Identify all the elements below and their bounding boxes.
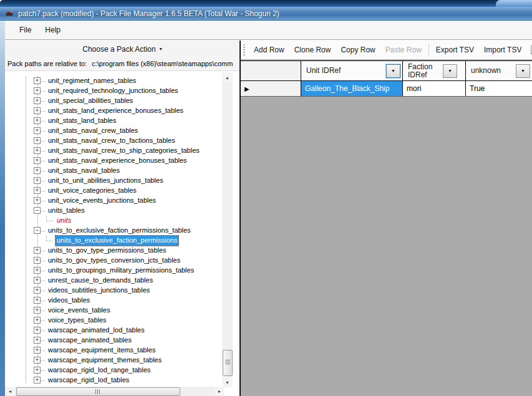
tree-item[interactable]: +unit_to_unit_abilities_junctions_tables xyxy=(5,176,222,186)
tree-item[interactable]: +unit_stats_naval_crew_to_factions_table… xyxy=(5,136,222,146)
expand-icon[interactable]: + xyxy=(34,317,41,324)
scroll-right-icon[interactable]: ► xyxy=(215,387,225,396)
tree-item[interactable]: +units_to_groupings_military_permissions… xyxy=(5,266,222,276)
expand-icon[interactable]: + xyxy=(34,337,41,344)
tree-item[interactable]: +unrest_cause_to_demands_tables xyxy=(5,276,222,286)
title-bar[interactable]: patch7.pack (modified) - Pack File Manag… xyxy=(0,7,532,21)
tree-item[interactable]: +videos_subtitles_junctions_tables xyxy=(5,286,222,296)
tree-item[interactable]: +unit_stats_naval_experience_bonuses_tab… xyxy=(5,156,222,166)
cell-value[interactable]: mori xyxy=(403,81,465,96)
toolbar-grip[interactable] xyxy=(243,44,245,56)
tree-item[interactable]: +unit_special_abilities_tables xyxy=(5,96,222,106)
cell-value[interactable]: True xyxy=(466,81,532,96)
expand-icon[interactable]: + xyxy=(34,187,41,194)
tree-item-label: unit_stats_naval_crew_to_ship_categories… xyxy=(47,146,201,156)
tree-item[interactable]: +unit_stats_land_tables xyxy=(5,116,222,126)
export-tsv-button[interactable]: Export TSV xyxy=(431,41,479,59)
menu-help[interactable]: Help xyxy=(38,23,67,37)
tree-item[interactable]: −units_to_exclusive_faction_permissions_… xyxy=(5,226,222,236)
expand-icon[interactable]: + xyxy=(34,257,41,264)
expand-icon[interactable]: + xyxy=(34,197,41,204)
expand-icon[interactable]: + xyxy=(34,297,41,304)
import-tsv-button[interactable]: Import TSV xyxy=(479,41,526,59)
tree-item[interactable]: +warscape_equipment_themes_tables xyxy=(5,355,222,365)
tree-item[interactable]: +warscape_animated_tables xyxy=(5,336,222,345)
dropdown-icon[interactable]: ▼ xyxy=(443,64,457,78)
scroll-down-icon[interactable]: ▼ xyxy=(222,377,233,387)
cell-unknown[interactable]: True xyxy=(466,81,532,96)
cell-unit-idref[interactable]: Galleon_The_Black_Ship xyxy=(301,81,403,96)
expand-icon[interactable]: + xyxy=(34,307,41,314)
tree-item[interactable]: +warscape_rigid_lod_range_tables xyxy=(5,365,222,375)
expand-icon[interactable]: + xyxy=(34,107,41,114)
tree-item[interactable]: +units_to_gov_types_conversion_jcts_tabl… xyxy=(5,256,222,266)
tree-vertical-scrollbar[interactable]: ▲ ▼ xyxy=(222,72,233,387)
window-title: patch7.pack (modified) - Pack File Manag… xyxy=(18,9,279,18)
tree-item[interactable]: +voice_types_tables xyxy=(5,316,222,326)
scroll-up-icon[interactable]: ▲ xyxy=(222,72,233,82)
menu-file[interactable]: File xyxy=(12,23,38,37)
paste-row-button: Paste Row xyxy=(380,41,427,59)
tree-item-label: units_to_exclusive_faction_permissions_t… xyxy=(47,226,192,236)
dropdown-icon[interactable]: ▼ xyxy=(516,64,530,78)
expand-icon[interactable]: + xyxy=(34,97,41,104)
collapse-icon[interactable]: − xyxy=(34,227,41,234)
collapse-icon[interactable]: − xyxy=(34,207,41,214)
tree-item[interactable]: +unit_required_technology_junctions_tabl… xyxy=(5,86,222,96)
tree-connector xyxy=(41,226,45,231)
column-header-unit-idref[interactable]: Unit IDRef ▼ xyxy=(301,61,403,80)
expand-icon[interactable]: + xyxy=(34,87,41,94)
column-header-faction-idref[interactable]: Faction IDRef ▼ xyxy=(403,61,466,80)
expand-icon[interactable]: + xyxy=(34,127,41,134)
clone-row-button[interactable]: Clone Row xyxy=(289,41,336,59)
tree-connector xyxy=(41,166,45,171)
tree-item[interactable]: +warscape_equipment_items_tables xyxy=(5,345,222,355)
tree-item[interactable]: −units_tables xyxy=(5,206,222,216)
expand-icon[interactable]: + xyxy=(34,177,41,184)
row-header-cell[interactable]: ▶ xyxy=(241,81,301,96)
expand-icon[interactable]: + xyxy=(34,287,41,294)
expand-icon[interactable]: + xyxy=(34,157,41,164)
expand-icon[interactable]: + xyxy=(34,367,41,374)
expand-icon[interactable]: + xyxy=(34,247,41,254)
tree-item[interactable]: +unit_stats_naval_crew_to_ship_categorie… xyxy=(5,146,222,156)
tree-item[interactable]: +videos_tables xyxy=(5,296,222,306)
tree-item[interactable]: +unit_voice_categories_tables xyxy=(5,186,222,196)
tree-item[interactable]: +unit_stats_naval_tables xyxy=(5,166,222,176)
cell-faction-idref[interactable]: mori xyxy=(403,81,466,96)
tree-item[interactable]: +unit_voice_events_junctions_tables xyxy=(5,196,222,206)
tree-item[interactable]: +unit_regiment_names_tables xyxy=(5,76,222,86)
tree-item[interactable]: +unit_stats_land_experience_bonuses_tabl… xyxy=(5,106,222,116)
tree-item[interactable]: units_to_exclusive_faction_permissions xyxy=(5,236,222,246)
tree-item[interactable]: +warscape_animated_lod_tables xyxy=(5,326,222,336)
expand-icon[interactable]: + xyxy=(34,167,41,174)
scroll-left-icon[interactable]: ◄ xyxy=(5,387,15,396)
copy-row-button[interactable]: Copy Row xyxy=(336,41,380,59)
column-label: Faction IDRef xyxy=(403,63,443,79)
expand-icon[interactable]: + xyxy=(34,377,41,384)
tree-horizontal-scrollbar[interactable]: ◄ ► xyxy=(5,387,225,396)
tree-item[interactable]: units xyxy=(5,216,222,226)
tree-item[interactable]: +units_to_gov_type_permissions_tables xyxy=(5,246,222,256)
tree-connector xyxy=(41,306,45,311)
expand-icon[interactable]: + xyxy=(34,117,41,124)
tree-item-label: units_to_gov_types_conversion_jcts_table… xyxy=(47,256,181,266)
column-header-unknown[interactable]: unknown ▼ xyxy=(466,61,532,80)
expand-icon[interactable]: + xyxy=(34,277,41,284)
expand-icon[interactable]: + xyxy=(34,357,41,364)
tree-item[interactable]: +warscape_rigid_lod_tables xyxy=(5,375,222,385)
pack-action-dropdown[interactable]: Choose a Pack Action ▾ xyxy=(5,41,239,57)
expand-icon[interactable]: + xyxy=(34,347,41,354)
expand-icon[interactable]: + xyxy=(34,137,41,144)
expand-icon[interactable]: + xyxy=(34,147,41,154)
tree-item[interactable]: +unit_stats_naval_crew_tables xyxy=(5,126,222,136)
dropdown-icon[interactable]: ▼ xyxy=(386,64,400,78)
add-row-button[interactable]: Add Row xyxy=(249,41,289,59)
tree-item[interactable]: +voice_events_tables xyxy=(5,306,222,316)
horizontal-scroll-thumb[interactable] xyxy=(16,387,180,396)
expand-icon[interactable]: + xyxy=(34,267,41,274)
cell-value[interactable]: Galleon_The_Black_Ship xyxy=(301,81,402,96)
expand-icon[interactable]: + xyxy=(34,327,41,334)
vertical-scroll-thumb[interactable] xyxy=(223,350,233,376)
expand-icon[interactable]: + xyxy=(34,77,41,84)
